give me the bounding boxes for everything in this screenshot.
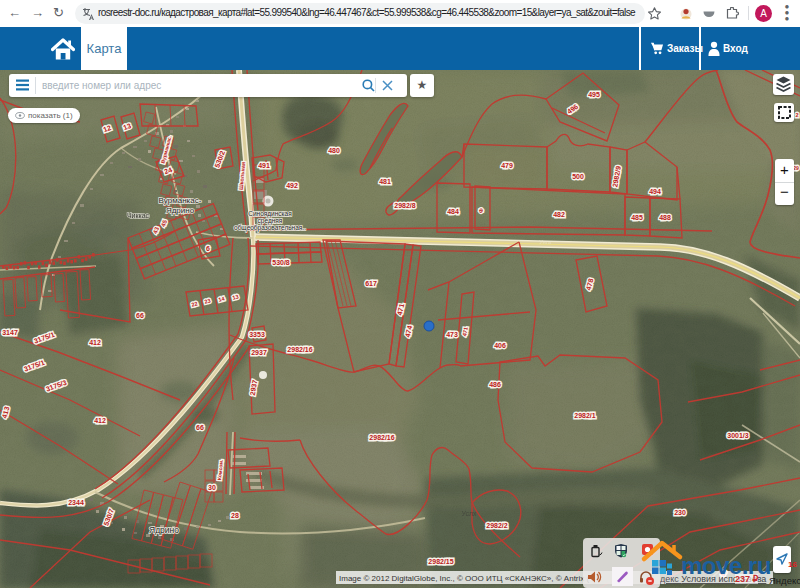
svg-text:28: 28 [231, 512, 239, 519]
svg-text:2: 2 [795, 112, 798, 118]
svg-text:412: 412 [89, 339, 101, 346]
svg-text:479: 479 [501, 162, 513, 169]
svg-text:494: 494 [649, 188, 661, 195]
svg-text:480: 480 [328, 147, 340, 154]
svg-text:66: 66 [196, 424, 204, 431]
svg-text:2982/15: 2982/15 [428, 558, 453, 565]
svg-text:3353: 3353 [249, 331, 265, 338]
svg-text:473: 473 [446, 331, 458, 338]
svg-text:Унга: Унга [539, 239, 552, 245]
svg-text:500: 500 [572, 173, 584, 180]
svg-text:491: 491 [258, 162, 270, 169]
svg-text:30: 30 [208, 484, 216, 491]
svg-text:3147: 3147 [2, 329, 18, 336]
svg-text:Ядрино: Ядрино [149, 525, 179, 535]
svg-text:2982/1: 2982/1 [574, 412, 596, 419]
svg-text:2937: 2937 [251, 349, 267, 356]
svg-text:2982/2: 2982/2 [486, 522, 508, 529]
svg-text:2982/8: 2982/8 [394, 202, 416, 209]
svg-text:3001/3: 3001/3 [727, 432, 749, 439]
svg-text:495: 495 [588, 91, 600, 98]
svg-text:move.ru: move.ru [681, 552, 771, 579]
svg-text:482: 482 [553, 211, 565, 218]
svg-text:484: 484 [447, 208, 459, 215]
svg-text:481: 481 [379, 178, 391, 185]
svg-text:485: 485 [631, 214, 643, 221]
svg-text:Чиккас: Чиккас [127, 212, 150, 219]
svg-text:230: 230 [674, 509, 686, 516]
svg-text:617: 617 [365, 280, 377, 287]
svg-text:530/8: 530/8 [272, 259, 290, 266]
svg-text:406: 406 [494, 342, 506, 349]
svg-text:29: 29 [793, 165, 799, 171]
svg-text:412: 412 [94, 417, 106, 424]
svg-text:488: 488 [659, 214, 671, 221]
svg-text:Услх: Услх [461, 510, 477, 517]
svg-text:Ядрино: Ядрино [166, 206, 195, 215]
svg-text:492: 492 [286, 182, 298, 189]
svg-text:2982/16: 2982/16 [369, 434, 394, 441]
svg-text:6: 6 [206, 245, 210, 252]
svg-text:486: 486 [489, 381, 501, 388]
svg-text:общеобразовательная..: общеобразовательная.. [234, 224, 306, 232]
svg-text:Вурманкас-: Вурманкас- [159, 196, 202, 205]
svg-text:2982/16: 2982/16 [287, 346, 312, 353]
svg-text:66: 66 [136, 312, 144, 319]
svg-text:2344: 2344 [68, 499, 84, 506]
